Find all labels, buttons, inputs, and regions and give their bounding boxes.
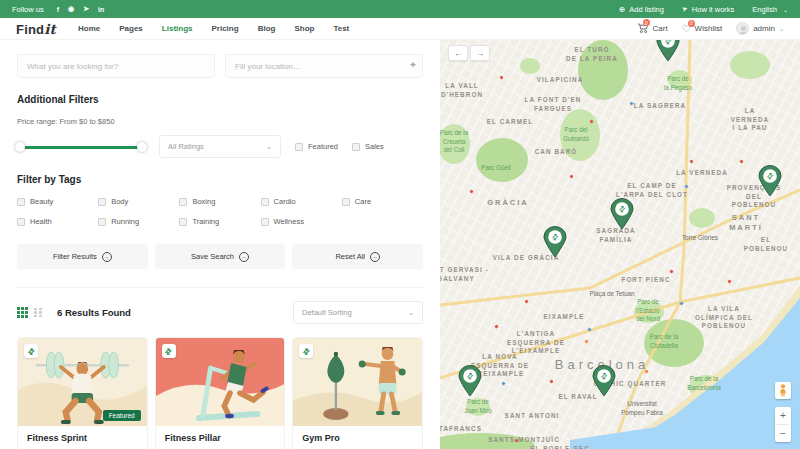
filter-results-button[interactable]: Filter Results→ <box>17 244 148 269</box>
checkbox-icon[interactable] <box>295 143 303 151</box>
tag-checkbox-beauty[interactable]: Beauty <box>17 197 98 206</box>
checkbox-icon[interactable] <box>17 218 25 226</box>
nav-item-test[interactable]: Test <box>333 24 349 33</box>
wishlist-button[interactable]: ♡ 0 Wishlist <box>682 24 723 34</box>
compare-arrows-icon[interactable]: ⇄ <box>162 344 176 358</box>
zoom-in-button[interactable]: + <box>775 407 791 424</box>
featured-checkbox[interactable]: Featured <box>295 142 338 151</box>
main-menu: HomePagesListingsPricingBlogShopTest <box>78 24 349 33</box>
arrow-circle-icon: → <box>239 252 249 262</box>
tag-checkbox-body[interactable]: Body <box>98 197 179 206</box>
map-pin[interactable]: ⇄ <box>656 40 680 62</box>
arrow-circle-icon: → <box>102 252 112 262</box>
nav-item-blog[interactable]: Blog <box>258 24 276 33</box>
map-nav-buttons: ← → <box>448 45 490 61</box>
sorting-select[interactable]: Default Sorting ⌄ <box>293 301 423 324</box>
tag-checkbox-running[interactable]: Running <box>98 217 179 226</box>
nav-item-home[interactable]: Home <box>78 24 100 33</box>
twitter-icon[interactable]: ➤ <box>83 5 89 13</box>
map[interactable]: LA VALL D'HEBRONEL TURÓ DE LA PEIRAVILAP… <box>440 40 800 449</box>
cart-button[interactable]: 0 Cart <box>637 23 668 34</box>
arrow-circle-icon: → <box>370 252 380 262</box>
filters-panel: ⌖ Additional Filters Price range: From $… <box>0 40 440 449</box>
listing-cards: ⇄FeaturedFitness SprintLorem ipsum dolor… <box>17 337 423 449</box>
card-image: ⇄Featured <box>18 338 147 426</box>
how-it-works-link[interactable]: ➤ How it works <box>682 5 734 14</box>
map-back-button[interactable]: ← <box>448 45 468 61</box>
instagram-icon[interactable]: ◉ <box>68 5 74 13</box>
chevron-down-icon: ⌄ <box>783 6 788 13</box>
checkbox-icon[interactable] <box>17 198 25 206</box>
map-pin[interactable]: ⇄ <box>610 198 634 230</box>
save-search-button[interactable]: Save Search→ <box>155 244 286 269</box>
tag-checkbox-wellness[interactable]: Wellness <box>261 217 342 226</box>
sales-checkbox[interactable]: Sales <box>352 142 384 151</box>
user-menu[interactable]: admin ⌄ <box>736 22 784 35</box>
map-geography <box>440 40 800 449</box>
avatar <box>736 22 749 35</box>
featured-badge: Featured <box>103 410 141 421</box>
zoom-control: + − <box>775 407 791 442</box>
chevron-down-icon: ⌄ <box>408 309 414 317</box>
location-input[interactable] <box>225 54 423 78</box>
reset-all-button[interactable]: Reset All→ <box>292 244 423 269</box>
tag-checkbox-care[interactable]: Care <box>342 197 423 206</box>
grid-view-icon[interactable] <box>17 307 28 318</box>
language-selector[interactable]: English ⌄ <box>752 5 788 14</box>
checkbox-icon[interactable] <box>98 198 106 206</box>
paper-plane-icon: ➤ <box>681 4 689 14</box>
checkbox-icon[interactable] <box>352 143 360 151</box>
ratings-select[interactable]: All Ratings ⌄ <box>159 135 281 158</box>
add-listing-link[interactable]: ⊕ Add listing <box>619 5 664 14</box>
checkbox-icon[interactable] <box>179 198 187 206</box>
card-title: Fitness Pillar <box>165 433 276 443</box>
tag-checkbox-training[interactable]: Training <box>179 217 260 226</box>
card-title: Gym Pro <box>302 433 413 443</box>
navbar: Findit HomePagesListingsPricingBlogShopT… <box>0 18 800 40</box>
map-forward-button[interactable]: → <box>470 45 490 61</box>
logo[interactable]: Findit <box>16 21 56 37</box>
nav-item-pages[interactable]: Pages <box>119 24 143 33</box>
linkedin-icon[interactable]: in <box>98 6 104 13</box>
nav-item-pricing[interactable]: Pricing <box>212 24 239 33</box>
card-title: Fitness Sprint <box>27 433 138 443</box>
slider-fill <box>20 146 142 149</box>
compare-arrows-icon[interactable]: ⇄ <box>299 344 313 358</box>
list-view-icon[interactable] <box>34 308 45 318</box>
checkbox-icon[interactable] <box>261 198 269 206</box>
map-pin[interactable]: ⇄ <box>458 365 482 397</box>
slider-handle-max[interactable] <box>137 142 147 152</box>
card-image: ⇄ <box>156 338 285 426</box>
map-pin[interactable]: ⇄ <box>758 165 782 197</box>
card-image: ⇄ <box>293 338 422 426</box>
tag-checkbox-health[interactable]: Health <box>17 217 98 226</box>
nav-item-listings[interactable]: Listings <box>162 24 193 33</box>
map-pin[interactable]: ⇄ <box>592 365 616 397</box>
slider-handle-min[interactable] <box>15 142 25 152</box>
tag-checkbox-cardio[interactable]: Cardio <box>261 197 342 206</box>
checkbox-icon[interactable] <box>342 198 350 206</box>
checkbox-icon[interactable] <box>179 218 187 226</box>
map-pin[interactable]: ⇄ <box>543 226 567 258</box>
search-input[interactable] <box>17 54 215 78</box>
follow-us-label: Follow us <box>12 5 44 14</box>
chevron-down-icon: ⌄ <box>266 143 272 151</box>
geolocate-icon[interactable]: ⌖ <box>410 60 416 70</box>
checkbox-icon[interactable] <box>98 218 106 226</box>
compare-arrows-icon[interactable]: ⇄ <box>24 344 38 358</box>
zoom-out-button[interactable]: − <box>775 425 791 442</box>
pegman-button[interactable] <box>775 382 791 399</box>
plus-circle-icon: ⊕ <box>619 5 625 14</box>
wishlist-count-badge: 0 <box>688 20 695 27</box>
nav-item-shop[interactable]: Shop <box>294 24 314 33</box>
facebook-icon[interactable]: f <box>57 6 59 13</box>
page: Follow us f◉➤in ⊕ Add listing ➤ How it w… <box>0 0 800 449</box>
listing-card[interactable]: ⇄FeaturedFitness SprintLorem ipsum dolor <box>17 337 148 449</box>
filter-by-tags-title: Filter by Tags <box>17 174 423 185</box>
checkbox-icon[interactable] <box>261 218 269 226</box>
listing-card[interactable]: ⇄Fitness PillarLorem ipsum dolor <box>155 337 286 449</box>
topbar: Follow us f◉➤in ⊕ Add listing ➤ How it w… <box>0 0 800 18</box>
tag-checkbox-boxing[interactable]: Boxing <box>179 197 260 206</box>
price-range-slider[interactable] <box>17 141 145 153</box>
listing-card[interactable]: ⇄Gym ProLorem ipsum dolor <box>292 337 423 449</box>
